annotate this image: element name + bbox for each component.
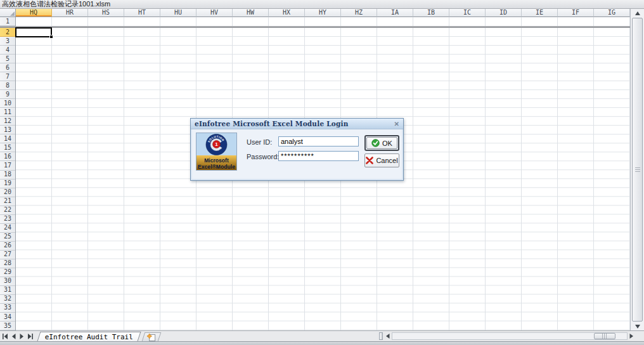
row-header-18[interactable]: 18 <box>0 171 15 179</box>
row-header-34[interactable]: 34 <box>0 313 15 322</box>
row-header-11[interactable]: 11 <box>0 108 15 117</box>
previous-sheet-icon <box>11 334 16 339</box>
row-header-3[interactable]: 3 <box>0 37 15 46</box>
scroll-down-button[interactable] <box>631 322 644 330</box>
first-sheet-icon <box>3 334 8 339</box>
column-header-hx[interactable]: HX <box>269 9 305 17</box>
scroll-right-button[interactable] <box>628 331 635 341</box>
tab-split-handle[interactable] <box>379 332 383 340</box>
column-header-ig[interactable]: IG <box>594 9 630 17</box>
row-header-1[interactable]: 1 <box>0 17 15 26</box>
row-header-10[interactable]: 10 <box>0 99 15 108</box>
row-header-35[interactable]: 35 <box>0 322 15 330</box>
column-header-hu[interactable]: HU <box>160 9 196 17</box>
row-header-5[interactable]: 5 <box>0 55 15 63</box>
horizontal-scroll-thumb[interactable] <box>594 333 615 339</box>
column-header-ia[interactable]: IA <box>377 9 413 17</box>
last-sheet-icon <box>27 334 33 339</box>
row-header-22[interactable]: 22 <box>0 206 15 215</box>
einfotree-logo: SOLUTIONS PART 11 1 Microsoft Excel®Modu… <box>196 133 237 171</box>
column-header-if[interactable]: IF <box>558 9 594 17</box>
row-header-15[interactable]: 15 <box>0 143 15 152</box>
row-header-16[interactable]: 16 <box>0 152 15 161</box>
row-header-14[interactable]: 14 <box>0 134 15 143</box>
row-header-33[interactable]: 33 <box>0 304 15 313</box>
column-header-hq[interactable]: HQ <box>16 9 52 17</box>
ok-button[interactable]: OK <box>366 137 397 149</box>
sheet-tab-label: eInfotree Audit Trail <box>45 333 133 341</box>
row-header-27[interactable]: 27 <box>0 251 15 259</box>
password-input[interactable] <box>278 151 359 161</box>
row-header-7[interactable]: 7 <box>0 72 15 81</box>
row-header-21[interactable]: 21 <box>0 197 15 206</box>
triangle-down-icon <box>635 325 640 329</box>
row-header-17[interactable]: 17 <box>0 161 15 170</box>
column-header-hs[interactable]: HS <box>88 9 124 17</box>
vertical-scroll-thumb[interactable] <box>632 18 643 322</box>
select-all-corner[interactable] <box>0 9 16 17</box>
row-header-6[interactable]: 6 <box>0 63 15 72</box>
row-header-2[interactable]: 2 <box>0 28 15 37</box>
tab-last-button[interactable] <box>26 332 34 341</box>
dialog-titlebar: eInfotree Microsoft Excel Module Login ✕ <box>191 119 403 129</box>
vertical-scrollbar[interactable] <box>630 17 644 330</box>
column-header-hv[interactable]: HV <box>196 9 233 17</box>
column-header-id[interactable]: ID <box>486 9 522 17</box>
horizontal-scrollbar[interactable] <box>392 332 628 340</box>
excel-workbook-window: 高效液相色谱法检验记录1001.xlsm HQHRHSHTHUHVHWHXHYH… <box>0 0 644 345</box>
dialog-close-icon[interactable]: ✕ <box>394 120 399 127</box>
row-header-29[interactable]: 29 <box>0 268 15 277</box>
row-header-31[interactable]: 31 <box>0 286 15 295</box>
user-id-input[interactable] <box>278 136 359 146</box>
column-header-band: HQHRHSHTHUHVHWHXHYHZIAIBICIDIEIFIG <box>0 9 644 17</box>
workbook-titlebar: 高效液相色谱法检验记录1001.xlsm <box>0 0 644 9</box>
row-header-12[interactable]: 12 <box>0 117 15 126</box>
red-x-icon <box>366 157 373 164</box>
column-headers: HQHRHSHTHUHVHWHXHYHZIAIBICIDIEIFIG <box>16 9 630 17</box>
column-header-hz[interactable]: HZ <box>341 9 377 17</box>
row-header-26[interactable]: 26 <box>0 242 15 251</box>
user-id-label: User ID: <box>247 138 272 146</box>
row-header-9[interactable]: 9 <box>0 90 15 99</box>
insert-worksheet-button[interactable] <box>142 332 162 341</box>
row-header-25[interactable]: 25 <box>0 233 15 242</box>
triangle-left-icon <box>386 334 390 339</box>
window-resize-corner <box>635 331 644 341</box>
logo-line2: Excel®Module <box>198 164 235 170</box>
tab-first-button[interactable] <box>1 332 9 341</box>
row-header-30[interactable]: 30 <box>0 277 15 286</box>
row-header-13[interactable]: 13 <box>0 126 15 134</box>
workbook-title: 高效液相色谱法检验记录1001.xlsm <box>2 0 110 8</box>
row-header-28[interactable]: 28 <box>0 259 15 268</box>
logo-line1: Microsoft <box>204 157 229 164</box>
scroll-up-button[interactable] <box>630 9 644 17</box>
column-header-hy[interactable]: HY <box>305 9 341 17</box>
column-header-ht[interactable]: HT <box>124 9 160 17</box>
green-check-icon <box>371 139 380 147</box>
row-header-19[interactable]: 19 <box>0 179 15 188</box>
sheet-tab-einfotree-audit-trail[interactable]: eInfotree Audit Trail <box>37 332 141 341</box>
scroll-thumb-grip-icon <box>635 167 640 172</box>
fill-handle[interactable] <box>49 35 53 39</box>
row-header-32[interactable]: 32 <box>0 295 15 304</box>
cancel-button[interactable]: Cancel <box>364 153 399 167</box>
column-header-hw[interactable]: HW <box>233 9 269 17</box>
column-header-hr[interactable]: HR <box>52 9 88 17</box>
column-header-ib[interactable]: IB <box>413 9 449 17</box>
tab-previous-button[interactable] <box>10 332 17 341</box>
column-header-ie[interactable]: IE <box>522 9 558 17</box>
row-header-4[interactable]: 4 <box>0 46 15 55</box>
row-header-20[interactable]: 20 <box>0 188 15 197</box>
dialog-title: eInfotree Microsoft Excel Module Login <box>195 120 348 127</box>
sheet-nav-buttons <box>0 331 35 341</box>
column-header-ic[interactable]: IC <box>449 9 486 17</box>
scroll-left-button[interactable] <box>384 331 392 341</box>
row-header-24[interactable]: 24 <box>0 224 15 233</box>
row-header-23[interactable]: 23 <box>0 215 15 224</box>
tab-next-button[interactable] <box>18 332 25 341</box>
row-header-8[interactable]: 8 <box>0 81 15 90</box>
row-headers: 1234567891011121314151617181920212223242… <box>0 17 16 330</box>
dialog-body: SOLUTIONS PART 11 1 Microsoft Excel®Modu… <box>191 129 403 180</box>
frozen-row-1[interactable] <box>16 17 630 26</box>
triangle-right-icon <box>629 334 633 339</box>
